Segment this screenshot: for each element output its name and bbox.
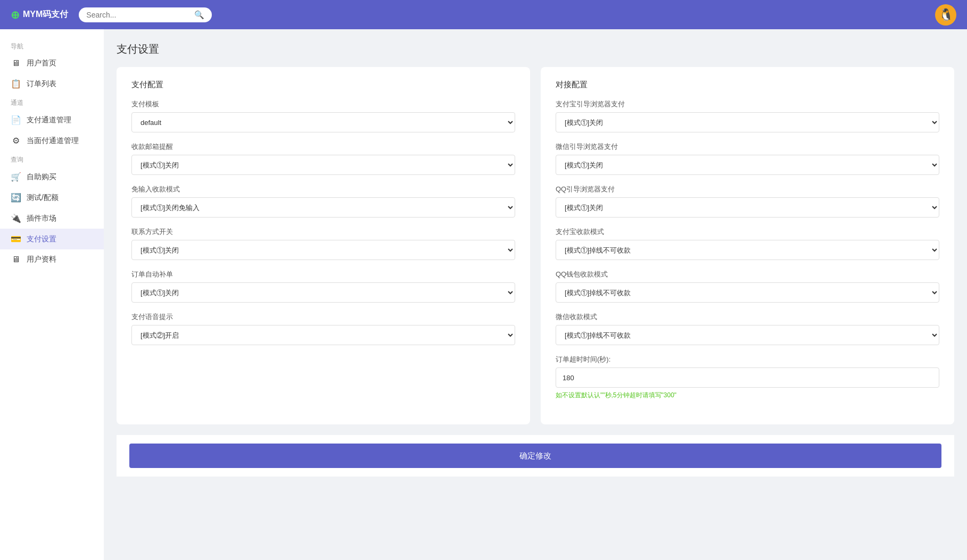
nav-group-label-nav: 导航 — [0, 38, 104, 53]
select-free-input[interactable]: [模式①]关闭免输入 — [131, 197, 515, 218]
sidebar-item-self-buy[interactable]: 🛒 自助购买 — [0, 166, 104, 187]
timeout-hint: 如不设置默认认""秒,5分钟超时请填写"300" — [556, 391, 939, 400]
self-buy-icon: 🛒 — [11, 172, 21, 182]
sidebar-item-label: 用户首页 — [27, 58, 56, 68]
main-content: 支付设置 支付配置 支付模板 default 收款邮箱提醒 [模式①]关闭 — [104, 29, 967, 560]
logo-icon: ⊕ — [11, 9, 20, 21]
logo: ⊕ MYM码支付 — [11, 9, 68, 21]
sidebar-item-label: 自助购买 — [27, 172, 56, 182]
avatar[interactable]: 🐧 — [935, 4, 956, 26]
select-wechat-collect[interactable]: [模式①]掉线不可收款 — [556, 325, 939, 345]
label-payment-template: 支付模板 — [131, 99, 515, 109]
label-voice-reminder: 支付语音提示 — [131, 312, 515, 322]
integration-config-title: 对接配置 — [556, 80, 939, 90]
sidebar-item-payment-settings[interactable]: 💳 支付设置 — [0, 229, 104, 249]
form-group-wechat-browser: 微信引导浏览器支付 [模式①]关闭 — [556, 142, 939, 175]
label-qq-browser: QQ引导浏览器支付 — [556, 185, 939, 194]
order-icon: 📋 — [11, 79, 21, 89]
input-order-timeout[interactable] — [556, 367, 939, 388]
form-group-alipay-browser: 支付宝引导浏览器支付 [模式①]关闭 — [556, 99, 939, 132]
submit-bar: 确定修改 — [117, 435, 954, 477]
sidebar-item-current-channel[interactable]: ⚙ 当面付通道管理 — [0, 130, 104, 151]
sidebar-item-plugin-market[interactable]: 🔌 插件市场 — [0, 208, 104, 229]
label-qq-wallet: QQ钱包收款模式 — [556, 270, 939, 279]
form-group-contact-switch: 联系方式开关 [模式①]关闭 — [131, 227, 515, 260]
integration-config-card: 对接配置 支付宝引导浏览器支付 [模式①]关闭 微信引导浏览器支付 [模式①]关… — [541, 67, 954, 424]
label-order-timeout: 订单超时时间(秒): — [556, 355, 939, 364]
select-alipay-collect[interactable]: [模式①]掉线不可收款 — [556, 240, 939, 260]
form-group-free-input: 免输入收款模式 [模式①]关闭免输入 — [131, 185, 515, 218]
payment-settings-icon: 💳 — [11, 234, 21, 244]
sidebar-item-user-home[interactable]: 🖥 用户首页 — [0, 53, 104, 73]
label-email-reminder: 收款邮箱提醒 — [131, 142, 515, 152]
select-voice-reminder[interactable]: [模式②]开启 — [131, 325, 515, 345]
select-payment-template[interactable]: default — [131, 112, 515, 132]
form-group-order-timeout: 订单超时时间(秒): 如不设置默认认""秒,5分钟超时请填写"300" — [556, 355, 939, 400]
select-auto-supplement[interactable]: [模式①]关闭 — [131, 282, 515, 303]
payment-config-card: 支付配置 支付模板 default 收款邮箱提醒 [模式①]关闭 — [117, 67, 530, 424]
user-profile-icon: 🖥 — [11, 255, 21, 264]
home-icon: 🖥 — [11, 58, 21, 68]
label-alipay-collect: 支付宝收款模式 — [556, 227, 939, 237]
form-group-qq-browser: QQ引导浏览器支付 [模式①]关闭 — [556, 185, 939, 218]
select-email-reminder[interactable]: [模式①]关闭 — [131, 155, 515, 175]
plugin-icon: 🔌 — [11, 213, 21, 223]
select-contact-switch[interactable]: [模式①]关闭 — [131, 240, 515, 260]
test-icon: 🔄 — [11, 193, 21, 203]
form-group-qq-wallet: QQ钱包收款模式 [模式①]掉线不可收款 — [556, 270, 939, 303]
current-channel-icon: ⚙ — [11, 136, 21, 146]
select-qq-browser[interactable]: [模式①]关闭 — [556, 197, 939, 218]
form-group-alipay-collect: 支付宝收款模式 [模式①]掉线不可收款 — [556, 227, 939, 260]
sidebar-item-label: 插件市场 — [27, 214, 56, 223]
label-contact-switch: 联系方式开关 — [131, 227, 515, 237]
payment-config-title: 支付配置 — [131, 80, 515, 90]
page-title: 支付设置 — [117, 42, 954, 56]
form-group-payment-template: 支付模板 default — [131, 99, 515, 132]
label-free-input: 免输入收款模式 — [131, 185, 515, 194]
label-auto-supplement: 订单自动补单 — [131, 270, 515, 279]
search-input[interactable] — [86, 11, 190, 19]
sidebar-item-label: 订单列表 — [27, 79, 56, 89]
logo-text: MYM码支付 — [23, 9, 68, 20]
label-alipay-browser: 支付宝引导浏览器支付 — [556, 99, 939, 109]
sidebar-item-label: 用户资料 — [27, 255, 56, 264]
cards-row: 支付配置 支付模板 default 收款邮箱提醒 [模式①]关闭 — [117, 67, 954, 424]
search-box[interactable]: 🔍 — [79, 7, 212, 22]
sidebar-item-label: 当面付通道管理 — [27, 136, 79, 146]
sidebar-item-payment-channel[interactable]: 📄 支付通道管理 — [0, 110, 104, 130]
form-group-email-reminder: 收款邮箱提醒 [模式①]关闭 — [131, 142, 515, 175]
form-group-voice-reminder: 支付语音提示 [模式②]开启 — [131, 312, 515, 345]
header: ⊕ MYM码支付 🔍 🐧 — [0, 0, 967, 29]
nav-group-label-query: 查询 — [0, 151, 104, 166]
sidebar-item-label: 支付设置 — [27, 235, 56, 244]
select-alipay-browser[interactable]: [模式①]关闭 — [556, 112, 939, 132]
nav-group-label-channel: 通道 — [0, 94, 104, 110]
sidebar: 导航 🖥 用户首页 📋 订单列表 通道 📄 支付通道管理 ⚙ 当面付通道管理 查… — [0, 29, 104, 560]
sidebar-item-label: 测试/配额 — [27, 193, 59, 203]
select-wechat-browser[interactable]: [模式①]关闭 — [556, 155, 939, 175]
form-group-wechat-collect: 微信收款模式 [模式①]掉线不可收款 — [556, 312, 939, 345]
sidebar-item-test-config[interactable]: 🔄 测试/配额 — [0, 187, 104, 208]
select-qq-wallet[interactable]: [模式①]掉线不可收款 — [556, 282, 939, 303]
sidebar-item-user-profile[interactable]: 🖥 用户资料 — [0, 249, 104, 270]
layout: 导航 🖥 用户首页 📋 订单列表 通道 📄 支付通道管理 ⚙ 当面付通道管理 查… — [0, 29, 967, 560]
submit-button[interactable]: 确定修改 — [129, 444, 941, 468]
form-group-auto-supplement: 订单自动补单 [模式①]关闭 — [131, 270, 515, 303]
sidebar-item-label: 支付通道管理 — [27, 115, 71, 125]
sidebar-item-order-list[interactable]: 📋 订单列表 — [0, 73, 104, 94]
search-icon-button[interactable]: 🔍 — [194, 10, 204, 20]
channel-icon: 📄 — [11, 115, 21, 125]
label-wechat-collect: 微信收款模式 — [556, 312, 939, 322]
label-wechat-browser: 微信引导浏览器支付 — [556, 142, 939, 152]
